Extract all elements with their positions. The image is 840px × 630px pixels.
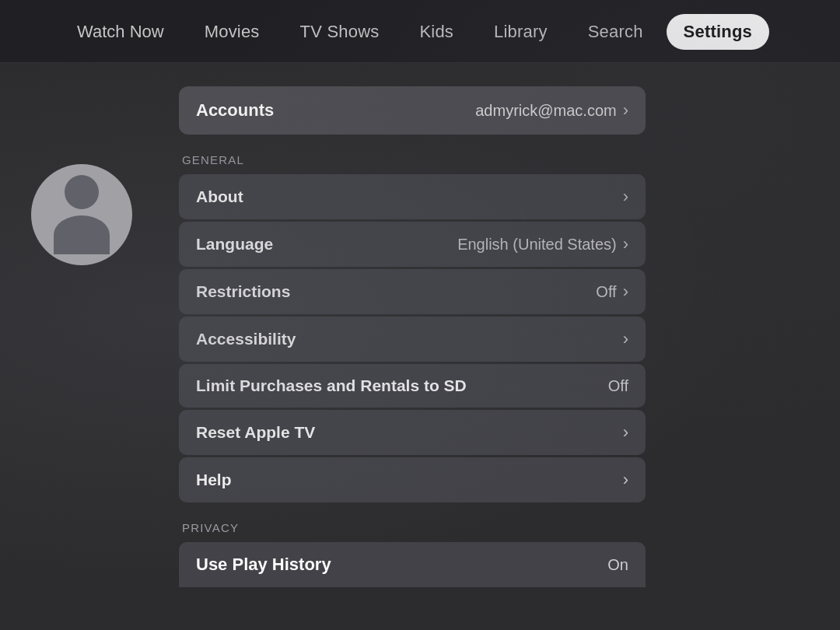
restrictions-right: Off ›: [596, 282, 628, 302]
about-right: ›: [623, 187, 628, 207]
accessibility-row[interactable]: Accessibility ›: [179, 317, 646, 362]
reset-apple-tv-row[interactable]: Reset Apple TV ›: [179, 410, 646, 455]
avatar-head: [65, 175, 99, 209]
use-play-history-right: On: [607, 556, 628, 574]
main-content: Accounts admyrick@mac.com › GENERAL Abou…: [0, 63, 840, 630]
help-chevron-icon: ›: [623, 470, 628, 490]
nav-item-search[interactable]: Search: [571, 14, 660, 50]
restrictions-label: Restrictions: [196, 282, 290, 301]
avatar-body: [54, 215, 110, 254]
help-row[interactable]: Help ›: [179, 457, 646, 502]
restrictions-chevron-icon: ›: [623, 282, 628, 302]
about-chevron-icon: ›: [623, 187, 628, 207]
about-row[interactable]: About ›: [179, 174, 646, 219]
help-label: Help: [196, 471, 232, 489]
nav-item-kids[interactable]: Kids: [402, 14, 471, 50]
reset-apple-tv-right: ›: [623, 422, 628, 443]
restrictions-value: Off: [596, 283, 616, 301]
language-right: English (United States) ›: [457, 234, 628, 254]
restrictions-row[interactable]: Restrictions Off ›: [179, 269, 646, 314]
general-section-label: GENERAL: [179, 153, 646, 174]
accessibility-right: ›: [623, 329, 628, 349]
general-settings-group: About › Language English (United States)…: [179, 174, 646, 502]
accounts-right: admyrick@mac.com ›: [475, 100, 628, 121]
accounts-label: Accounts: [196, 100, 274, 121]
accounts-row[interactable]: Accounts admyrick@mac.com ›: [179, 86, 646, 135]
nav-item-tv-shows[interactable]: TV Shows: [283, 14, 397, 50]
limit-purchases-value: Off: [608, 377, 628, 395]
use-play-history-value: On: [607, 556, 628, 574]
language-label: Language: [196, 235, 273, 254]
avatar-person-icon: [54, 175, 110, 254]
use-play-history-label: Use Play History: [196, 555, 331, 575]
use-play-history-row[interactable]: Use Play History On: [179, 542, 646, 587]
language-value: English (United States): [457, 236, 617, 254]
accessibility-chevron-icon: ›: [623, 329, 628, 349]
settings-panel: Accounts admyrick@mac.com › GENERAL Abou…: [179, 86, 646, 587]
privacy-section-label: PRIVACY: [179, 518, 646, 542]
accounts-chevron-icon: ›: [623, 100, 628, 121]
language-chevron-icon: ›: [623, 234, 628, 254]
nav-item-watch-now[interactable]: Watch Now: [71, 14, 181, 50]
nav-item-library[interactable]: Library: [477, 14, 565, 50]
language-row[interactable]: Language English (United States) ›: [179, 222, 646, 267]
nav-item-movies[interactable]: Movies: [187, 14, 277, 50]
reset-chevron-icon: ›: [623, 422, 628, 443]
help-right: ›: [623, 470, 628, 490]
avatar-section: [31, 86, 132, 265]
avatar: [31, 164, 132, 265]
nav-item-settings[interactable]: Settings: [667, 14, 769, 50]
accessibility-label: Accessibility: [196, 330, 296, 348]
reset-apple-tv-label: Reset Apple TV: [196, 423, 315, 442]
limit-purchases-right: Off: [608, 377, 628, 395]
limit-purchases-label: Limit Purchases and Rentals to SD: [196, 376, 467, 395]
top-navigation: Watch Now Movies TV Shows Kids Library S…: [0, 0, 840, 63]
about-label: About: [196, 187, 243, 206]
limit-purchases-row[interactable]: Limit Purchases and Rentals to SD Off: [179, 364, 646, 408]
accounts-email: admyrick@mac.com: [475, 102, 616, 120]
